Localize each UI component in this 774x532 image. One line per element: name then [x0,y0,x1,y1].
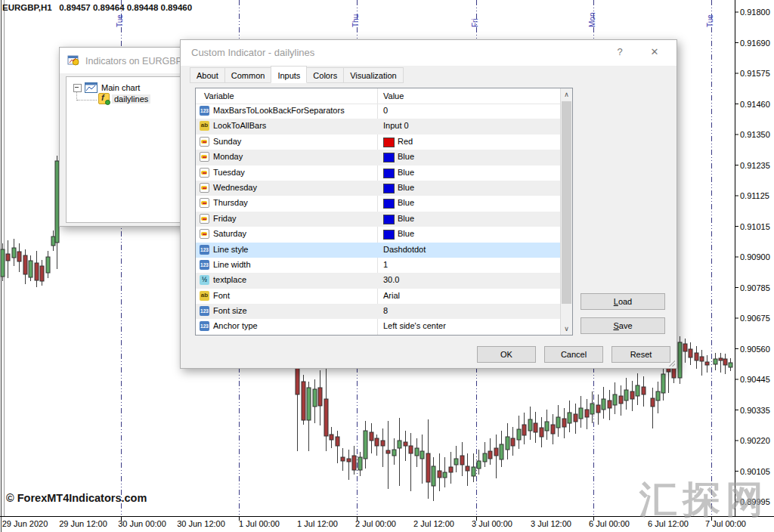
param-type-icon [200,137,209,147]
table-row[interactable]: abLookToAllBarsInput 0 [196,119,560,134]
tab-about[interactable]: About [190,67,225,83]
column-header-value: Value [383,91,404,101]
param-name: Line style [213,245,248,254]
custom-indicator-dialog: Custom Indicator - dailylines ? ✕ AboutC… [180,39,677,369]
day-separator-label: Fri [471,18,479,27]
table-row[interactable]: TuesdayBlue [196,165,560,181]
save-button[interactable]: Save [580,317,665,334]
param-type-icon: 123 [200,306,209,316]
bear-candle [705,362,709,365]
table-row[interactable]: 123Line width1 [196,258,560,273]
bull-candle [398,441,401,448]
ok-button[interactable]: OK [477,346,536,363]
bull-candle [420,451,424,459]
close-icon[interactable]: ✕ [648,46,661,57]
bull-candle [656,391,660,401]
bull-candle [729,363,732,367]
vertical-scrollbar[interactable]: ∧ ∨ [560,88,572,335]
scroll-down-icon[interactable]: ∨ [561,323,572,335]
load-button[interactable]: Load [580,293,665,310]
bull-candle [51,237,55,246]
param-value: Blue [383,168,414,177]
bull-candle [358,457,362,470]
bull-candle [590,404,594,414]
scroll-up-icon[interactable]: ∧ [561,88,572,101]
color-swatch [383,199,395,209]
bear-candle [719,358,723,360]
param-name: Monday [213,152,243,161]
day-separator-label: Tue [706,14,714,27]
cancel-button[interactable]: Cancel [544,346,603,363]
table-row[interactable]: 123Line styleDashdotdot [196,243,560,258]
tab-visualization[interactable]: Visualization [343,67,404,83]
param-value: Blue [383,229,414,238]
color-swatch [383,169,395,178]
tab-colors[interactable]: Colors [306,67,344,83]
price-tick-label: 0.90900 [740,252,770,261]
bear-candle [534,423,537,432]
bear-candle [488,451,492,459]
bear-candle [540,428,543,437]
bear-candle [608,401,611,408]
table-rows: 123MaxBarsToLookBackForSeparators0abLook… [196,104,560,335]
table-row[interactable]: WednesdayBlue [196,181,560,196]
table-row[interactable]: ½textplace30.0 [196,273,560,288]
time-tick-label: 3 Jul 00:00 [472,519,512,528]
bear-candle [426,453,430,482]
bear-candle [695,353,698,360]
bull-candle [636,385,639,396]
price-tick-label: 0.90220 [740,436,770,445]
bull-candle [661,374,665,393]
tab-inputs[interactable]: Inputs [271,66,307,83]
bull-candle [500,444,503,459]
bull-candle [624,390,628,401]
param-value: Red [383,137,413,146]
time-tick-label: 30 Jun 00:00 [118,519,166,528]
day-separator-label: Thu [351,14,360,27]
tree-item-main-chart[interactable]: Main chart [101,83,140,92]
table-row[interactable]: SundayRed [196,135,560,150]
bear-candle [619,396,623,404]
tree-collapse-icon[interactable] [73,84,82,92]
table-row[interactable]: 123Font size8 [196,304,560,319]
help-icon[interactable]: ? [613,46,627,57]
resize-grip-icon[interactable] [669,360,675,367]
dialog-title: Custom Indicator - dailylines [191,47,314,58]
table-row[interactable]: MondayBlue [196,150,560,165]
bear-candle [630,391,634,399]
param-name: Saturday [213,229,246,238]
color-swatch [383,230,395,240]
bull-candle [454,459,458,465]
param-name: Thursday [213,198,248,207]
time-tick-label: 29 Jun 12:00 [59,519,107,528]
symbol-ohlc-header: EURGBP,H1 0.89457 0.89464 0.89448 0.8946… [2,3,192,12]
scrollbar-thumb[interactable] [562,101,571,304]
bull-candle [364,431,367,459]
param-value: Blue [383,214,414,223]
table-row[interactable]: ThursdayBlue [196,196,560,211]
bull-candle [613,394,617,405]
bull-candle [506,437,509,450]
table-row[interactable]: FridayBlue [196,212,560,227]
tab-common[interactable]: Common [224,67,272,83]
price-tick-label: 0.90560 [740,345,770,354]
param-name: Font size [213,306,247,315]
bull-candle [517,429,521,440]
param-value: Blue [383,198,414,207]
reset-button[interactable]: Reset [611,346,670,363]
bear-candle [341,457,345,461]
param-type-icon [200,229,209,239]
indicators-window-title: Indicators on EURGBP,H1 [85,56,196,66]
table-row[interactable]: 123Anchor typeLeft side's center [196,319,560,334]
table-row[interactable]: 123MaxBarsToLookBackForSeparators0 [196,104,560,119]
bear-candle [35,263,39,280]
bull-candle [678,342,682,378]
param-type-icon: 123 [200,106,209,116]
tree-item-dailylines[interactable]: dailylines [112,94,150,104]
table-row[interactable]: SaturdayBlue [196,227,560,242]
bull-candle [579,408,583,419]
bull-candle [556,417,560,428]
table-row[interactable]: abFontArial [196,289,560,304]
param-value: Left side's center [383,321,446,330]
price-tick-label: 0.90675 [740,314,770,323]
